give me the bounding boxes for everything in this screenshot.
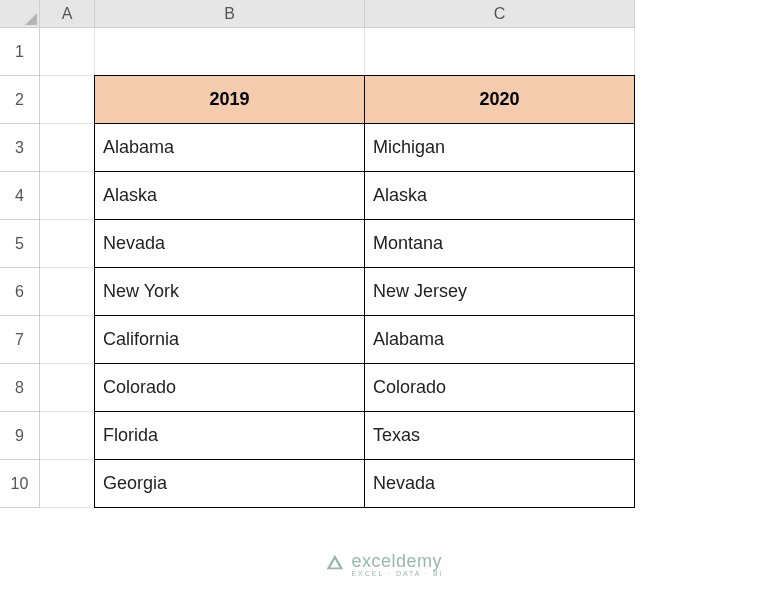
table-cell[interactable]: Texas <box>364 411 635 460</box>
table-cell[interactable]: Colorado <box>94 363 365 412</box>
watermark: exceldemy EXCEL · DATA · BI <box>323 551 443 578</box>
watermark-tagline: EXCEL · DATA · BI <box>351 570 443 577</box>
table-cell[interactable]: Georgia <box>94 459 365 508</box>
table-cell[interactable]: Florida <box>94 411 365 460</box>
col-header-b[interactable]: B <box>95 0 365 28</box>
watermark-brand: exceldemy <box>351 552 443 570</box>
cell-a4[interactable] <box>40 172 95 220</box>
row-header-7[interactable]: 7 <box>0 316 40 364</box>
table-header-2020[interactable]: 2020 <box>364 75 635 124</box>
table-cell[interactable]: Alaska <box>94 171 365 220</box>
cell-a9[interactable] <box>40 412 95 460</box>
cell-a3[interactable] <box>40 124 95 172</box>
row-header-10[interactable]: 10 <box>0 460 40 508</box>
table-header-2019[interactable]: 2019 <box>94 75 365 124</box>
cell-b1[interactable] <box>95 28 365 76</box>
row-header-8[interactable]: 8 <box>0 364 40 412</box>
cell-a8[interactable] <box>40 364 95 412</box>
table-cell[interactable]: Alabama <box>364 315 635 364</box>
table-cell[interactable]: New York <box>94 267 365 316</box>
row-header-6[interactable]: 6 <box>0 268 40 316</box>
cell-a1[interactable] <box>40 28 95 76</box>
row-header-9[interactable]: 9 <box>0 412 40 460</box>
table-cell[interactable]: Alabama <box>94 123 365 172</box>
cell-a10[interactable] <box>40 460 95 508</box>
cell-a6[interactable] <box>40 268 95 316</box>
row-header-4[interactable]: 4 <box>0 172 40 220</box>
cell-a5[interactable] <box>40 220 95 268</box>
row-header-1[interactable]: 1 <box>0 28 40 76</box>
row-header-5[interactable]: 5 <box>0 220 40 268</box>
select-all-corner[interactable] <box>0 0 40 28</box>
cell-a7[interactable] <box>40 316 95 364</box>
table-cell[interactable]: Alaska <box>364 171 635 220</box>
table-cell[interactable]: Montana <box>364 219 635 268</box>
table-cell[interactable]: California <box>94 315 365 364</box>
cell-a2[interactable] <box>40 76 95 124</box>
cell-c1[interactable] <box>365 28 635 76</box>
table-cell[interactable]: Nevada <box>94 219 365 268</box>
row-header-3[interactable]: 3 <box>0 124 40 172</box>
col-header-a[interactable]: A <box>40 0 95 28</box>
table-cell[interactable]: Colorado <box>364 363 635 412</box>
spreadsheet-grid: A B C 1 2 2019 2020 3 Alabama Michigan 4… <box>0 0 635 508</box>
table-cell[interactable]: New Jersey <box>364 267 635 316</box>
table-cell[interactable]: Nevada <box>364 459 635 508</box>
row-header-2[interactable]: 2 <box>0 76 40 124</box>
logo-icon <box>323 551 345 578</box>
col-header-c[interactable]: C <box>365 0 635 28</box>
table-cell[interactable]: Michigan <box>364 123 635 172</box>
